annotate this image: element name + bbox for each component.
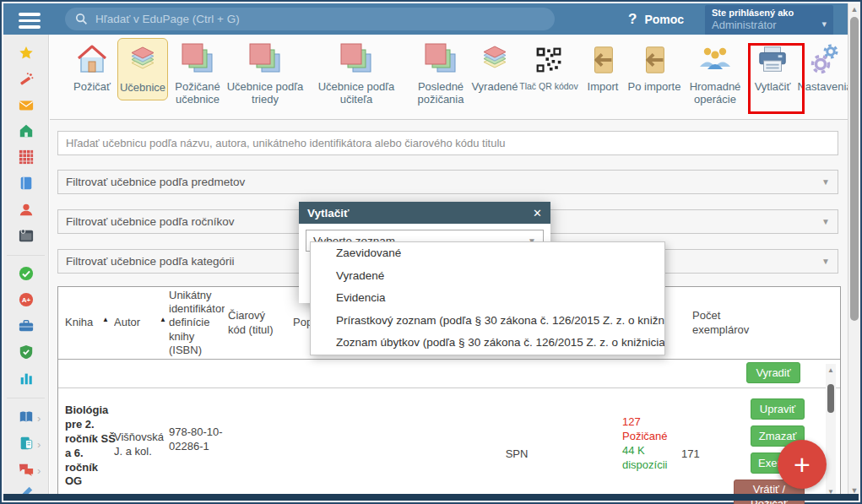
help-button[interactable]: ? Pomoc xyxy=(628,3,684,35)
sidebar-item-library[interactable] xyxy=(19,409,34,425)
sidebar-item-documents[interactable] xyxy=(19,436,34,451)
stacked-squares-icon xyxy=(248,43,282,77)
scroll-up-icon[interactable]: ▲ xyxy=(848,5,860,14)
sidebar-item-chat[interactable] xyxy=(19,462,34,477)
filter-subjects-select[interactable]: Filtrovať učebnice podľa predmetov ▼ xyxy=(57,170,838,194)
chevron-right-icon[interactable]: › xyxy=(37,412,41,425)
grades-icon: A+ xyxy=(19,292,34,307)
sidebar-item-grades[interactable]: A+ xyxy=(19,292,34,307)
table-scrollbar-thumb[interactable] xyxy=(827,384,834,413)
option-prirastkovy-zoznam[interactable]: Prírastkový zoznam (podľa § 30 zákona č.… xyxy=(311,310,664,333)
add-button[interactable]: + xyxy=(778,440,827,489)
bar-chart-icon xyxy=(19,371,34,386)
table-row: Vyradiť xyxy=(58,360,840,388)
sidebar-divider xyxy=(7,398,45,398)
discard-button[interactable]: Vyradiť xyxy=(746,362,800,383)
sort-asc-icon[interactable]: ▲ xyxy=(102,316,109,323)
app-window: Hľadať v EduPage (Ctrl + G) ? Pomoc Ste … xyxy=(0,0,862,504)
check-circle-icon xyxy=(19,266,34,281)
filter-categories-label: Filtrovať učebnice podľa kategórii xyxy=(66,255,235,268)
col-header-isbn[interactable]: Unikátny identifikátor definície knihy (… xyxy=(169,287,225,359)
sidebar-item-classbook[interactable] xyxy=(19,176,34,191)
col-header-autor[interactable]: Autor xyxy=(114,287,158,359)
table-scrollbar[interactable]: ▲ ▼ xyxy=(826,364,836,498)
svg-text:A+: A+ xyxy=(21,296,30,304)
book-publisher: SPN xyxy=(470,447,563,462)
sidebar-item-reports[interactable] xyxy=(19,371,34,386)
textbook-search-input[interactable] xyxy=(57,131,838,155)
sidebar-item-calendar[interactable] xyxy=(19,228,34,243)
library-toolbar: Požičať Učebnice Požičané učebnice Učebn… xyxy=(50,35,848,120)
col-header-pocet-exemplarov[interactable]: Počet exemplárov xyxy=(692,287,753,359)
sidebar-item-favorites[interactable] xyxy=(19,46,34,61)
global-search-placeholder: Hľadať v EduPage (Ctrl + G) xyxy=(95,13,240,25)
stacked-squares-icon xyxy=(424,43,458,77)
mail-icon xyxy=(19,98,34,113)
notebook-icon xyxy=(19,176,34,191)
print-dialog-title: Vytlačiť xyxy=(307,207,350,219)
house-borrow-icon xyxy=(75,43,109,77)
sidebar-divider xyxy=(7,255,45,256)
timetable-grid-icon xyxy=(19,149,34,165)
sidebar-item-wizard[interactable] xyxy=(19,72,34,87)
calendar-clock-icon xyxy=(19,228,34,243)
gears-icon xyxy=(808,43,842,77)
table-row: Biológia pre 2. ročník SŠ a 6. ročník OG… xyxy=(58,388,840,499)
page-scrollbar[interactable]: ▲ ▼ xyxy=(848,3,860,496)
library-book-icon xyxy=(19,409,34,425)
copies-count: 171 xyxy=(681,447,724,462)
user-menu[interactable]: Ste prihlásený ako Administrátor ▾ xyxy=(705,5,833,35)
chevron-down-icon: ▼ xyxy=(821,177,830,187)
briefcase-icon xyxy=(19,318,34,333)
option-vyradene[interactable]: Vyradené xyxy=(311,265,664,288)
option-zaevidovane[interactable]: Zaevidované xyxy=(311,242,664,265)
sidebar-item-attendance[interactable] xyxy=(19,266,34,281)
stacked-squares-icon xyxy=(339,43,373,77)
book-isbn: 978-80-10-02286-1 xyxy=(169,425,228,454)
sidebar-item-timetable[interactable] xyxy=(19,149,34,165)
import-door-icon xyxy=(638,44,670,76)
magic-wand-icon xyxy=(19,72,34,87)
home-icon xyxy=(19,123,34,138)
window-bottom-bar xyxy=(3,494,859,501)
toolbar-item-ucebnice-podla-triedy[interactable]: Učebnice podľa triedy xyxy=(222,41,308,106)
layers-icon xyxy=(477,43,512,77)
sort-asc-icon[interactable]: ▲ xyxy=(160,316,166,323)
layers-icon xyxy=(125,44,160,78)
page-scrollbar-thumb[interactable] xyxy=(850,17,859,321)
toolbar-item-ucebnice-podla-ucitela[interactable]: Učebnice podľa učiteľa xyxy=(313,41,399,106)
help-label: Pomoc xyxy=(644,13,684,26)
hamburger-menu-icon[interactable] xyxy=(19,13,41,26)
list-select-dropdown: Zaevidované Vyradené Evidencia Prírastko… xyxy=(310,241,665,355)
global-search-input[interactable]: Hľadať v EduPage (Ctrl + G) xyxy=(65,8,555,30)
close-icon[interactable]: ✕ xyxy=(533,207,542,219)
sidebar-item-admin[interactable] xyxy=(19,344,34,360)
shield-check-icon xyxy=(19,344,34,360)
col-header-ciarovy-kod[interactable]: Čiarový kód (titul) xyxy=(228,287,280,359)
star-icon xyxy=(19,46,34,61)
scroll-up-icon[interactable]: ▲ xyxy=(826,366,836,374)
chevron-right-icon[interactable]: › xyxy=(37,464,41,477)
option-evidencia[interactable]: Evidencia xyxy=(311,287,664,310)
qr-code-icon xyxy=(534,45,564,75)
people-group-icon xyxy=(698,43,732,77)
user-menu-caption: Ste prihlásený ako xyxy=(712,8,827,18)
edit-button[interactable]: Upraviť xyxy=(751,398,805,420)
chat-bubbles-icon xyxy=(19,462,34,477)
book-title: Biológia pre 2. ročník SŠ a 6. ročník OG xyxy=(65,404,117,489)
chevron-down-icon: ▾ xyxy=(821,19,827,30)
sidebar-item-home[interactable] xyxy=(19,123,34,138)
sidebar-item-students[interactable] xyxy=(19,202,34,217)
filter-grades-label: Filtrovať učebnice podľa ročníkov xyxy=(66,215,235,228)
sidebar: A+ › › › xyxy=(3,35,49,497)
help-icon: ? xyxy=(628,11,637,28)
user-role: Administrátor xyxy=(712,19,827,31)
sidebar-item-messages[interactable] xyxy=(19,98,34,113)
sidebar-item-agenda[interactable] xyxy=(19,318,34,333)
person-icon xyxy=(19,202,34,217)
search-icon xyxy=(75,13,88,25)
option-zoznam-ubytkov[interactable]: Zoznam úbytkov (podľa § 30 zákona č. 126… xyxy=(311,332,664,355)
chevron-right-icon[interactable]: › xyxy=(37,438,41,451)
book-author: Višňovská J. a kol. xyxy=(114,431,168,459)
stacked-squares-icon xyxy=(181,43,214,77)
